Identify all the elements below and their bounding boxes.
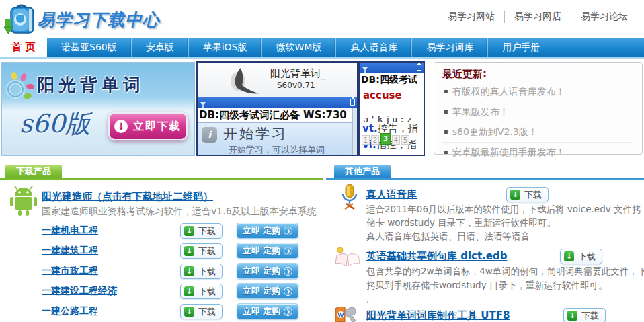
tool-book-icon [334, 306, 358, 322]
app-version: S60v0.71 [277, 81, 315, 90]
download-link-jianzhu[interactable]: 一建建筑工程 [42, 245, 98, 257]
nav-tab-wm[interactable]: 微软WM版 [261, 38, 336, 57]
nav-tab-voice-library[interactable]: 真人语音库 [335, 38, 411, 57]
nav-tab-ios[interactable]: 苹果iOS版 [188, 38, 261, 57]
nav-tab-home[interactable]: 首 页 [0, 38, 47, 57]
app-title: 阳光背单词_ [270, 67, 326, 80]
others-divider [326, 178, 644, 180]
download-button[interactable]: ↓下载 [180, 243, 223, 259]
download-link-jingji[interactable]: 一建建设工程经济 [42, 285, 117, 297]
sentence-desc-line-1: 包含共享的约2w单词音标，4w单词的例句，简明词典需要此文件，下 [366, 266, 644, 278]
download-button[interactable]: ↓下载 [560, 249, 602, 264]
main-nav: 首 页 诺基亚S60版 安卓版 苹果iOS版 微软WM版 真人语音库 易学习词库… [0, 38, 644, 57]
order-button[interactable]: 立即 定购❯ [237, 303, 298, 319]
product-link-builder[interactable]: 阳光建造师（点击有下载地址二维码） [42, 190, 213, 203]
download-link-gonglu[interactable]: 一建公路工程 [42, 305, 98, 317]
db-status-line: DB:四级考试词汇必备 WS:730 [198, 108, 357, 122]
nav-tab-android[interactable]: 安卓版 [131, 38, 188, 57]
order-button[interactable]: 立即 定购❯ [237, 223, 298, 239]
download-button[interactable]: ↓下载 [180, 223, 223, 239]
order-button[interactable]: 立即 定购❯ [237, 263, 298, 279]
nav-tab-user-manual[interactable]: 用户手册 [487, 38, 554, 57]
download-arrow-icon: ↓ [184, 286, 194, 296]
promo-banner: 阳光背单词 s60版 ↓ 立即下载 [1, 62, 195, 156]
pager-5[interactable]: 5 [401, 135, 409, 145]
download-arrow-icon: ↓ [184, 307, 194, 317]
info-icon: i [202, 127, 217, 143]
menu-item-desc: 开始学习，可以选择单词 [229, 144, 325, 156]
top-links: 易学习网站 易学习网店 易学习论坛 [438, 11, 637, 23]
status-bar-2 [360, 63, 424, 73]
recent-updates-panel: 最近更新: ▪有版权的真人语音库发布！ ▪苹果版发布！ ▪s60更新到V2.3版… [434, 62, 643, 155]
db-status-line-2: DB:四级考试 [360, 73, 424, 87]
screenshot-scrollbar [352, 108, 357, 155]
downloads-divider [0, 178, 323, 180]
pager-2[interactable]: 2 [371, 135, 379, 145]
download-arrow-icon: ↓ [114, 120, 128, 133]
banner-edition: s60版 [19, 107, 91, 141]
download-button[interactable]: ↓下载 [180, 304, 223, 319]
voice-desc-line-3: 真人语音库包括英语、日语、法语等语音 [366, 231, 530, 243]
product-desc: 国家建造师职业资格考试练习软件，适合v1.6及以上版本安卓系统 [42, 206, 317, 218]
other-link-voice-library[interactable]: 真人语音库 [366, 188, 417, 201]
update-item[interactable]: ▪苹果版发布！ [442, 102, 633, 122]
site-logo-icon [4, 2, 38, 36]
bullet-icon: ▪ [444, 108, 448, 115]
other-link-sentence-library[interactable]: 英语基础共享例句库 dict.edb [366, 250, 508, 263]
nav-tab-dictionary[interactable]: 易学习词库 [411, 38, 487, 57]
sentence-desc-line-2: 拷贝到手机存储卡wordstudy 目录下，重新运行软件即可。 [366, 280, 607, 292]
battery-icon [417, 64, 421, 71]
menu-item-title: 开始学习 [223, 124, 288, 143]
sentence-desc-line-3: . [366, 294, 369, 305]
voice-desc-line-1: 适合2011年06月以后版本的软件使用，下载后将 voice.edv 文件拷 [366, 204, 641, 216]
bullet-icon: ▪ [444, 87, 448, 95]
top-link-store[interactable]: 易学习网店 [504, 11, 571, 23]
app-screenshot-word-card: DB:四级考试 accuse ə'kju:z vt.控告，指 vi.指控，指 1… [358, 61, 425, 156]
app-screenshot-main-menu: 阳光背单词_ S60v0.71 DB:四级考试词汇必备 WS:730 i 开始学… [196, 61, 358, 156]
pager-4[interactable]: 4 [392, 135, 400, 145]
headword: accuse [363, 89, 425, 102]
download-arrow-icon: ↓ [510, 190, 520, 200]
battery-icon [350, 99, 355, 106]
status-bar [198, 97, 357, 108]
top-link-forum[interactable]: 易学习论坛 [571, 11, 637, 23]
other-link-dict-maker[interactable]: 阳光背单词词库制作工具 UTF8 [366, 309, 510, 322]
order-button[interactable]: 立即 定购❯ [237, 283, 298, 299]
update-item[interactable]: ▪有版权的真人语音库发布！ [442, 82, 633, 102]
carousel-pager: 1 2 3 4 5 [362, 133, 409, 145]
banner-title: 阳光背单词 [37, 73, 145, 97]
app-logo-icon [226, 67, 261, 97]
arrow-right-icon: ❯ [284, 267, 292, 276]
banner-download-button[interactable]: ↓ 立即下载 [108, 112, 188, 140]
download-link-shizheng[interactable]: 一建市政工程 [42, 265, 98, 277]
arrow-right-icon: ❯ [284, 307, 292, 316]
banner-logo-icon [5, 72, 36, 103]
pager-1[interactable]: 1 [362, 135, 370, 145]
download-button[interactable]: ↓下载 [563, 308, 606, 322]
book-bulb-icon [334, 246, 360, 270]
download-link-jidian[interactable]: 一建机电工程 [42, 225, 98, 237]
download-button[interactable]: ↓下载 [506, 187, 549, 202]
screenshot-app-header: 阳光背单词_ S60v0.71 [198, 63, 357, 97]
update-item[interactable]: ▪s60更新到V2.3版！ [442, 122, 633, 143]
pager-3-active[interactable]: 3 [380, 133, 391, 145]
nav-underline [0, 57, 644, 59]
site-title: 易学习下载中心 [38, 9, 160, 31]
microphone-icon [339, 183, 360, 212]
download-button[interactable]: ↓下载 [180, 264, 223, 279]
download-arrow-icon: ↓ [184, 266, 194, 276]
selected-menu-item: i 开始学习 开始学习，可以选择单词 [198, 122, 357, 156]
arrow-right-icon: ❯ [284, 227, 292, 235]
android-icon [9, 185, 38, 219]
arrow-right-icon: ❯ [284, 287, 292, 296]
updates-title: 最近更新: [442, 68, 633, 81]
order-button[interactable]: 立即 定购❯ [237, 243, 298, 259]
download-arrow-icon: ↓ [184, 246, 194, 256]
update-item[interactable]: ▪安卓版最新使用手册发布！ [442, 143, 633, 162]
page: 易学习下载中心 易学习网站 易学习网店 易学习论坛 首 页 诺基亚S60版 安卓… [0, 0, 644, 322]
nav-tab-nokia-s60[interactable]: 诺基亚S60版 [47, 38, 131, 57]
top-link-website[interactable]: 易学习网站 [438, 11, 504, 23]
bullet-icon: ▪ [444, 148, 448, 155]
download-button[interactable]: ↓下载 [180, 284, 223, 299]
download-arrow-icon: ↓ [567, 311, 577, 321]
